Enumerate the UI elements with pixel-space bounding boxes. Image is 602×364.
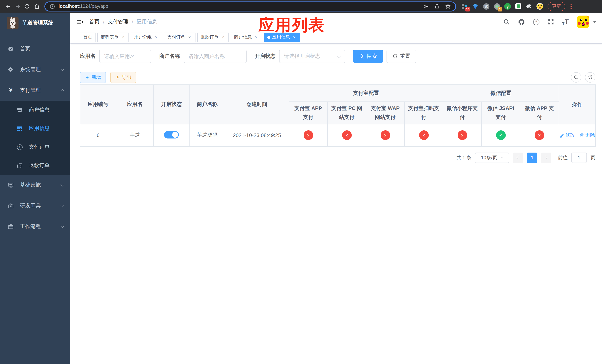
- avatar-caret-icon[interactable]: [593, 21, 596, 23]
- download-icon: [115, 75, 120, 80]
- sidebar-item-label: 应用信息: [29, 125, 50, 132]
- site-info-icon[interactable]: [50, 3, 55, 9]
- app-table: 应用编号 应用名 开启状态 商户名称 创建时间 支付宝配置 微信配置 操作 支付…: [80, 85, 596, 146]
- sidebar-item-home[interactable]: 首页: [0, 39, 70, 59]
- reset-button[interactable]: 重置: [387, 50, 416, 63]
- sidebar-item-label: 支付管理: [20, 87, 41, 94]
- briefcase-icon: [7, 224, 14, 230]
- sidebar-item-label: 工作流程: [20, 223, 41, 230]
- tab-close-icon[interactable]: ×: [187, 35, 192, 40]
- merchant-name-input[interactable]: [184, 50, 247, 63]
- browser-back-icon[interactable]: [3, 1, 13, 11]
- sidebar-item-workflow[interactable]: 工作流程: [0, 216, 70, 237]
- cell-created: 2021-10-23 08:49:25: [225, 124, 289, 146]
- sidebar-item-label: 商户信息: [29, 107, 50, 113]
- edit-pencil-icon: [559, 133, 564, 138]
- extension-blocks-icon[interactable]: 10: [461, 3, 468, 10]
- col-wx-app: 微信 APP 支付: [520, 102, 559, 124]
- delete-link[interactable]: 删除: [580, 132, 595, 139]
- chrome-update-button[interactable]: 更新: [548, 2, 565, 11]
- extension-emoji-icon[interactable]: [537, 3, 543, 10]
- sidebar-item-refund-order[interactable]: 退款订单: [0, 156, 70, 175]
- app-name-label: 应用名: [80, 53, 96, 60]
- sidebar-item-payment[interactable]: ￥ 支付管理: [0, 80, 70, 101]
- extensions-puzzle-icon[interactable]: [526, 3, 532, 10]
- page-number-current[interactable]: 1: [527, 152, 537, 163]
- page-content: 应用名 商户名称 开启状态 请选择开启状态 搜索: [70, 44, 602, 364]
- chevron-down-icon: [61, 203, 64, 207]
- sidebar-item-pay-order[interactable]: ￥ 支付订单: [0, 138, 70, 156]
- status-select[interactable]: 请选择开启状态: [279, 50, 345, 63]
- browser-home-icon[interactable]: [32, 1, 42, 11]
- breadcrumb-home[interactable]: 首页: [89, 19, 100, 25]
- goto-page-input[interactable]: [571, 152, 587, 163]
- col-actions: 操作: [559, 85, 595, 124]
- yen-circle-icon: ￥: [16, 144, 23, 150]
- sidebar-item-label: 系统管理: [20, 66, 41, 73]
- prev-page-button[interactable]: [513, 152, 523, 163]
- extension-target-icon[interactable]: 1: [494, 3, 500, 10]
- pagination: 共 1 条 10条/页 1 前往 页: [80, 152, 595, 163]
- sidebar-item-app-info[interactable]: 应用信息: [0, 119, 70, 138]
- extension-y-icon[interactable]: y: [504, 3, 511, 10]
- bookmark-star-icon[interactable]: [445, 3, 451, 9]
- next-page-button[interactable]: [541, 152, 551, 163]
- sidebar-item-infrastructure[interactable]: 基础设施: [0, 175, 70, 195]
- share-icon[interactable]: [434, 3, 440, 9]
- tab-close-icon[interactable]: ×: [254, 35, 259, 40]
- status-label: 开启状态: [255, 53, 275, 60]
- tab-refund-order[interactable]: 退款订单×: [197, 32, 229, 42]
- github-icon[interactable]: [518, 18, 525, 25]
- extension-gem-icon[interactable]: [472, 3, 479, 10]
- tab-process-form[interactable]: 流程表单×: [97, 32, 129, 42]
- breadcrumb-payment[interactable]: 支付管理: [108, 19, 129, 25]
- sidebar-fold-icon[interactable]: [76, 18, 83, 25]
- browser-reload-icon[interactable]: [22, 1, 32, 11]
- add-button[interactable]: ＋ 新增: [80, 72, 106, 83]
- password-key-icon[interactable]: [423, 3, 429, 10]
- tab-user-group[interactable]: 用户分组×: [131, 32, 162, 42]
- dashboard-icon: [7, 46, 14, 52]
- avatar[interactable]: [577, 16, 589, 28]
- extension-command-icon[interactable]: ⌘: [483, 3, 489, 10]
- header-search-icon[interactable]: [503, 19, 510, 25]
- app-name-input[interactable]: [99, 50, 151, 63]
- fullscreen-icon[interactable]: [547, 19, 554, 25]
- enable-toggle[interactable]: [164, 131, 179, 138]
- extension-doc-icon[interactable]: [515, 3, 522, 10]
- goto-suffix: 页: [591, 154, 595, 161]
- chevron-down-icon: [337, 54, 341, 58]
- shop-icon: [16, 107, 23, 113]
- chevron-right-icon: [544, 156, 547, 160]
- address-bar[interactable]: localhost:1024/pay/app: [44, 1, 456, 11]
- help-icon[interactable]: ?: [533, 19, 539, 25]
- extension-badge: 1: [498, 7, 502, 11]
- alipay-pc-status-icon: ×: [342, 130, 352, 140]
- browser-forward-icon[interactable]: [13, 1, 22, 11]
- sidebar-item-dev-tools[interactable]: 研发工具: [0, 195, 70, 216]
- tab-merchant-info[interactable]: 商户信息×: [231, 32, 262, 42]
- browser-menu-icon[interactable]: [568, 2, 574, 10]
- chevron-down-icon: [61, 224, 64, 228]
- alipay-qr-status-icon: ×: [419, 130, 429, 140]
- refresh-table-button[interactable]: [585, 72, 595, 83]
- app-logo[interactable]: 芋道管理系统: [0, 13, 70, 33]
- col-alipay-wap: 支付宝 WAP 网站支付: [366, 102, 405, 124]
- tab-home[interactable]: 首页: [80, 32, 96, 42]
- tab-close-icon[interactable]: ×: [154, 35, 159, 40]
- tab-close-icon[interactable]: ×: [120, 35, 126, 40]
- page-annotation: 应用列表: [258, 14, 325, 36]
- search-button[interactable]: 搜索: [353, 50, 383, 63]
- sidebar-item-system[interactable]: 系统管理: [0, 59, 70, 80]
- edit-link[interactable]: 修改: [559, 132, 575, 139]
- page-size-select[interactable]: 10条/页: [475, 152, 509, 163]
- cell-app-name: 芋道: [116, 124, 153, 146]
- tab-close-icon[interactable]: ×: [220, 35, 226, 40]
- total-count: 共 1 条: [456, 154, 471, 161]
- chevron-up-icon: [61, 89, 64, 93]
- font-size-icon[interactable]: TT: [562, 18, 569, 26]
- show-search-button[interactable]: [571, 72, 581, 83]
- sidebar-item-merchant-info[interactable]: 商户信息: [0, 101, 70, 119]
- export-button[interactable]: 导出: [110, 72, 136, 83]
- tab-pay-order[interactable]: 支付订单×: [164, 32, 195, 42]
